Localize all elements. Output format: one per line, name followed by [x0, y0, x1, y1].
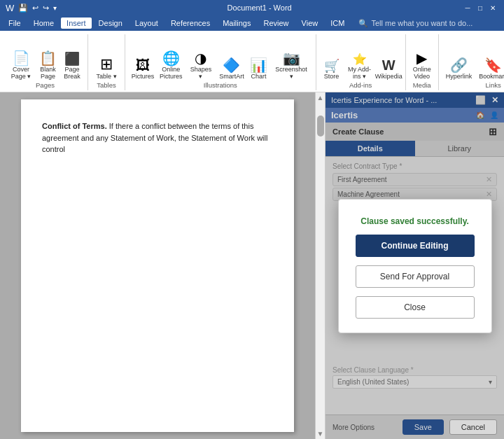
pictures-label: Pictures: [132, 73, 155, 80]
online-video-label: OnlineVideo: [413, 66, 431, 80]
table-icon: ⊞: [100, 57, 113, 72]
online-pictures-label: OnlinePictures: [160, 66, 183, 80]
ribbon-group-tables: ⊞ Table ▾ Tables: [88, 34, 125, 90]
table-label: Table ▾: [96, 73, 116, 80]
minimize-button[interactable]: ─: [462, 2, 473, 13]
pictures-icon: 🖼: [136, 58, 150, 72]
close-modal-button[interactable]: Close: [356, 296, 475, 319]
main-area: Conflict of Terms. If there a conflict b…: [0, 92, 504, 439]
page-break-button[interactable]: ⬛ PageBreak: [61, 51, 83, 81]
hyperlink-label: Hyperlink: [446, 73, 472, 80]
cover-page-button[interactable]: 📄 CoverPage ▾: [7, 50, 35, 81]
smartart-label: SmartArt: [219, 73, 244, 80]
menu-insert[interactable]: Insert: [61, 18, 92, 29]
page-break-icon: ⬛: [64, 53, 80, 65]
success-modal: Clause saved successfully. Continue Edit…: [338, 199, 492, 333]
ribbon-group-media-items: ▶ OnlineVideo: [410, 36, 434, 81]
blank-page-icon: 📋: [39, 51, 57, 65]
bookmark-button[interactable]: 🔖 Bookmark: [476, 57, 504, 81]
side-panel: Icertis Experience for Word - ... ⬜ ✕ Ic…: [325, 92, 504, 439]
my-addins-button[interactable]: ⭐ My Add-ins ▾: [344, 53, 375, 81]
menu-home[interactable]: Home: [28, 18, 59, 29]
ribbon-group-links-items: 🔗 Hyperlink 🔖 Bookmark ↗ Cross-reference: [443, 36, 504, 81]
cover-page-label: CoverPage ▾: [11, 66, 31, 80]
blank-page-button[interactable]: 📋 BlankPage: [36, 50, 59, 81]
menu-design[interactable]: Design: [93, 18, 128, 29]
addins-group-label: Add-ins: [321, 81, 401, 90]
menu-bar: File Home Insert Design Layout Reference…: [0, 15, 504, 31]
word-icon: W: [6, 3, 14, 13]
menu-layout[interactable]: Layout: [130, 18, 164, 29]
bookmark-label: Bookmark: [479, 73, 504, 80]
table-button[interactable]: ⊞ Table ▾: [92, 55, 120, 81]
ribbon-group-links: 🔗 Hyperlink 🔖 Bookmark ↗ Cross-reference…: [439, 34, 504, 90]
wikipedia-button[interactable]: W Wikipedia: [377, 57, 401, 81]
chart-icon: 📊: [250, 58, 267, 72]
chart-label: Chart: [251, 73, 266, 80]
search-icon: 🔍: [358, 19, 368, 28]
screenshot-icon: 📷: [283, 51, 300, 65]
document-area: Conflict of Terms. If there a conflict b…: [0, 92, 315, 439]
online-pictures-icon: 🌐: [162, 51, 180, 65]
shapes-label: Shapes ▾: [188, 66, 213, 80]
scroll-up-arrow[interactable]: ▲: [317, 94, 324, 102]
ribbon-group-pages: 📄 CoverPage ▾ 📋 BlankPage ⬛ PageBreak Pa…: [3, 34, 88, 90]
pictures-button[interactable]: 🖼 Pictures: [130, 57, 156, 81]
smartart-button[interactable]: 🔷 SmartArt: [218, 57, 246, 81]
my-addins-icon: ⭐: [353, 54, 367, 65]
wikipedia-icon: W: [382, 58, 396, 72]
scroll-thumb[interactable]: [317, 116, 324, 137]
cover-page-icon: 📄: [13, 51, 30, 65]
shapes-button[interactable]: ◑ Shapes ▾: [186, 50, 216, 81]
menu-file[interactable]: File: [3, 18, 27, 29]
modal-overlay: Clause saved successfully. Continue Edit…: [326, 92, 504, 439]
menu-review[interactable]: Review: [258, 18, 295, 29]
search-help-label[interactable]: Tell me what you want to do...: [371, 19, 472, 27]
ribbon-group-pages-items: 📄 CoverPage ▾ 📋 BlankPage ⬛ PageBreak: [7, 36, 83, 81]
wikipedia-label: Wikipedia: [375, 73, 402, 80]
shapes-icon: ◑: [195, 51, 206, 65]
bookmark-icon: 🔖: [484, 58, 502, 72]
online-video-icon: ▶: [416, 51, 427, 65]
ribbon: 📄 CoverPage ▾ 📋 BlankPage ⬛ PageBreak Pa…: [0, 31, 504, 92]
screenshot-button[interactable]: 📷 Screenshot ▾: [271, 50, 311, 81]
continue-editing-button[interactable]: Continue Editing: [356, 235, 475, 257]
menu-icm[interactable]: ICM: [325, 18, 350, 29]
ribbon-group-tables-items: ⊞ Table ▾: [92, 36, 120, 81]
page-break-label: PageBreak: [64, 66, 80, 80]
scroll-down-arrow[interactable]: ▼: [317, 430, 324, 438]
close-button[interactable]: ✕: [487, 2, 498, 13]
pages-group-label: Pages: [7, 81, 83, 90]
online-pictures-button[interactable]: 🌐 OnlinePictures: [158, 50, 184, 81]
chart-button[interactable]: 📊 Chart: [247, 57, 270, 81]
quick-access-save[interactable]: 💾: [18, 4, 28, 13]
smartart-icon: 🔷: [223, 58, 240, 72]
send-for-approval-button[interactable]: Send For Approval: [356, 265, 475, 288]
success-message: Clause saved successfully.: [356, 216, 475, 226]
online-video-button[interactable]: ▶ OnlineVideo: [410, 50, 434, 81]
title-bar-left: W 💾 ↩ ↪ ▾: [6, 3, 57, 13]
quick-access-undo[interactable]: ↩: [32, 4, 38, 13]
store-button[interactable]: 🛒 Store: [321, 58, 343, 81]
window-controls: ─ □ ✕: [462, 2, 498, 13]
ribbon-group-media: ▶ OnlineVideo Media: [406, 34, 439, 90]
document-page[interactable]: Conflict of Terms. If there a conflict b…: [21, 99, 294, 432]
menu-references[interactable]: References: [165, 18, 216, 29]
vertical-scrollbar[interactable]: ▲ ▼: [315, 92, 325, 439]
document-content: Conflict of Terms. If there a conflict b…: [42, 120, 273, 155]
document-title: Document1 - Word: [227, 4, 292, 12]
quick-access-redo[interactable]: ↪: [43, 4, 49, 13]
links-group-label: Links: [443, 81, 504, 90]
menu-view[interactable]: View: [296, 18, 324, 29]
menu-mailings[interactable]: Mailings: [217, 18, 256, 29]
illustrations-group-label: Illustrations: [130, 81, 312, 90]
hyperlink-button[interactable]: 🔗 Hyperlink: [443, 57, 475, 81]
maximize-button[interactable]: □: [475, 2, 486, 13]
quick-access-more[interactable]: ▾: [53, 4, 57, 12]
hyperlink-icon: 🔗: [450, 58, 468, 72]
title-bar: W 💾 ↩ ↪ ▾ Document1 - Word ─ □ ✕: [0, 0, 504, 15]
my-addins-label: My Add-ins ▾: [347, 66, 372, 80]
ribbon-group-addins-items: 🛒 Store ⭐ My Add-ins ▾ W Wikipedia: [321, 36, 401, 81]
ribbon-group-illustrations: 🖼 Pictures 🌐 OnlinePictures ◑ Shapes ▾ 🔷…: [125, 34, 316, 90]
ribbon-group-illustrations-items: 🖼 Pictures 🌐 OnlinePictures ◑ Shapes ▾ 🔷…: [130, 36, 312, 81]
